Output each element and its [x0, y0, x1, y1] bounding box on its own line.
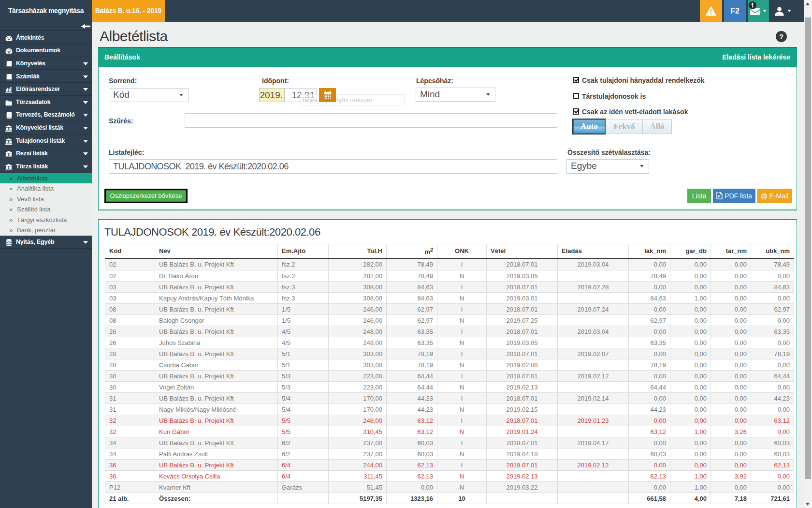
svg-text:P: P	[718, 194, 720, 199]
